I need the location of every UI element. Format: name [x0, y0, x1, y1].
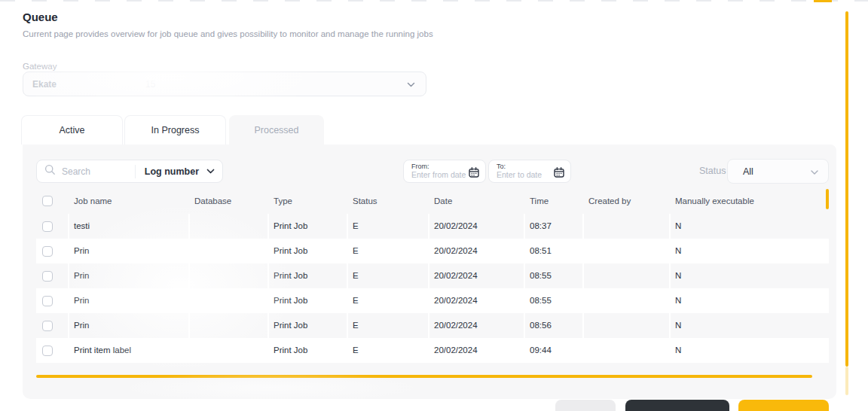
table-row: Print item labelPrint JobE20/02/202409:4…: [36, 338, 829, 363]
cell-status: E: [347, 263, 428, 288]
from-date-field[interactable]: From: Enter from date: [403, 160, 486, 183]
cell-database: [188, 288, 267, 313]
row-checkbox[interactable]: [42, 321, 53, 331]
top-accent-dash: [814, 0, 832, 2]
cell-date: 20/02/2024: [428, 214, 524, 239]
status-value: All: [743, 166, 753, 177]
top-dashed-border: [0, 0, 868, 2]
search-placeholder: Search: [62, 166, 90, 177]
chevron-down-icon[interactable]: [206, 169, 215, 174]
table-row: testiPrint JobE20/02/202408:37N: [36, 214, 829, 239]
row-checkbox-cell: [36, 263, 68, 288]
cell-type: Print Job: [267, 214, 347, 239]
table-body: testiPrint JobE20/02/202408:37NPrinPrint…: [36, 214, 829, 363]
cell-time: 08:37: [524, 214, 582, 239]
tab-in-progress[interactable]: In Progress: [124, 115, 226, 145]
column-header-date: Date: [428, 188, 524, 214]
search-icon: [44, 164, 56, 178]
cell-manually-executable: N: [669, 214, 829, 239]
cell-time: 08:55: [524, 288, 582, 313]
status-dropdown[interactable]: All: [727, 159, 829, 184]
cell-status: E: [347, 288, 428, 313]
cell-type: Print Job: [267, 239, 347, 263]
cell-database: [188, 338, 267, 363]
gateway-faint-text: 15: [145, 79, 155, 90]
cell-created-by: [582, 263, 669, 288]
table-row: PrinPrint JobE20/02/202408:56N: [36, 313, 829, 338]
row-checkbox-cell: [36, 313, 68, 338]
footer-button-secondary[interactable]: [555, 400, 616, 411]
cell-date: 20/02/2024: [428, 338, 524, 363]
footer-button-dark[interactable]: [625, 400, 729, 411]
cell-created-by: [582, 214, 669, 239]
cell-manually-executable: N: [669, 313, 829, 338]
queue-panel: Search Log number From: Enter from date …: [23, 145, 836, 399]
chevron-down-icon: [407, 82, 415, 87]
column-header-manually-executable: Manually executable: [669, 188, 829, 214]
cell-manually-executable: N: [669, 239, 829, 263]
cell-created-by: [582, 338, 669, 363]
page-vertical-scrollbar[interactable]: [845, 11, 848, 367]
cell-database: [188, 239, 267, 263]
column-header-job-name: Job name: [68, 188, 188, 214]
cell-date: 20/02/2024: [428, 263, 524, 288]
calendar-icon[interactable]: [554, 167, 564, 178]
table-row: PrinPrint JobE20/02/202408:55N: [36, 263, 829, 288]
cell-status: E: [347, 313, 428, 338]
cell-job-name: Prin: [68, 313, 188, 338]
column-header-type: Type: [267, 188, 347, 214]
page-scrollbar-track[interactable]: [845, 367, 848, 395]
cell-manually-executable: N: [669, 338, 829, 363]
row-checkbox[interactable]: [42, 346, 53, 356]
tab-active[interactable]: Active: [21, 115, 123, 145]
table-vertical-scrollbar[interactable]: [826, 189, 829, 209]
table-header: Job nameDatabaseTypeStatusDateTimeCreate…: [36, 188, 829, 214]
select-all-cell: [36, 188, 68, 214]
cell-time: 08:51: [524, 239, 582, 263]
to-date-field[interactable]: To: Enter to date: [488, 160, 571, 183]
column-header-created-by: Created by: [582, 188, 669, 214]
row-checkbox-cell: [36, 288, 68, 313]
row-checkbox[interactable]: [42, 246, 53, 257]
row-checkbox-cell: [36, 214, 68, 239]
row-checkbox[interactable]: [42, 221, 53, 232]
row-checkbox[interactable]: [42, 296, 53, 306]
cell-time: 08:55: [524, 263, 582, 288]
cell-created-by: [582, 313, 669, 338]
status-label: Status: [699, 160, 726, 183]
chevron-down-icon: [811, 170, 818, 175]
gateway-dropdown[interactable]: Ekate 15: [23, 72, 426, 96]
cell-date: 20/02/2024: [428, 288, 524, 313]
page-subtitle: Current page provides overview for job q…: [23, 29, 433, 38]
gateway-label: Gateway: [23, 62, 57, 71]
page-title: Queue: [23, 11, 58, 23]
calendar-icon[interactable]: [469, 167, 479, 178]
row-checkbox-cell: [36, 239, 68, 263]
cell-date: 20/02/2024: [428, 313, 524, 338]
cell-status: E: [347, 338, 428, 363]
row-checkbox-cell: [36, 338, 68, 363]
search-category-dropdown[interactable]: Log number: [136, 166, 206, 177]
search-input[interactable]: Search Log number: [36, 160, 223, 183]
cell-type: Print Job: [267, 263, 347, 288]
cell-manually-executable: N: [669, 288, 829, 313]
cell-time: 09:44: [524, 338, 582, 363]
cell-job-name: Prin: [68, 288, 188, 313]
column-header-status: Status: [347, 188, 428, 214]
footer-button-primary[interactable]: [738, 400, 829, 411]
cell-job-name: testi: [68, 214, 188, 239]
column-header-time: Time: [524, 188, 582, 214]
table-row: PrinPrint JobE20/02/202408:55N: [36, 288, 829, 313]
cell-date: 20/02/2024: [428, 239, 524, 263]
cell-status: E: [347, 214, 428, 239]
table-row: PrinPrint JobE20/02/202408:51N: [36, 239, 829, 263]
cell-time: 08:56: [524, 313, 582, 338]
tab-bar: ActiveIn ProgressProcessed: [21, 115, 324, 145]
horizontal-scrollbar[interactable]: [36, 375, 812, 378]
row-checkbox[interactable]: [42, 271, 53, 282]
cell-manually-executable: N: [669, 263, 829, 288]
select-all-checkbox[interactable]: [42, 196, 53, 206]
gateway-value: Ekate: [32, 79, 57, 90]
tab-processed[interactable]: Processed: [229, 115, 324, 145]
cell-status: E: [347, 239, 428, 263]
